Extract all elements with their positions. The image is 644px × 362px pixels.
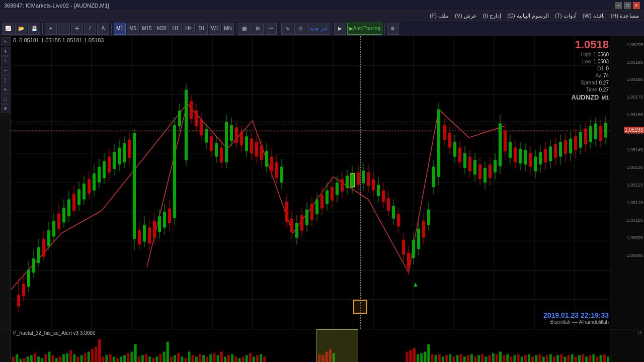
svg-rect-289: [69, 350, 72, 362]
tool-crosshair[interactable]: ✛: [1, 47, 10, 56]
chart-open-button[interactable]: 📂: [15, 23, 27, 35]
autotrading-label: AutoTrading: [353, 26, 380, 31]
tf-m5[interactable]: M5: [127, 23, 139, 35]
svg-rect-209: [448, 133, 451, 148]
tf-h4[interactable]: H4: [183, 23, 195, 35]
tool-shape[interactable]: □: [1, 95, 10, 104]
maximize-button[interactable]: □: [624, 2, 631, 9]
svg-rect-104: [185, 89, 188, 160]
autotrading-button[interactable]: ▶ AutoTrading: [347, 23, 382, 35]
new-chart-button[interactable]: 📈: [2, 23, 14, 35]
chart-timestamp: 2019.01.23 22:19:33 Bismillah == Alhamdu…: [543, 311, 609, 325]
crosshair-button[interactable]: ✛: [71, 23, 83, 35]
svg-rect-293: [84, 353, 87, 362]
close-button[interactable]: ✕: [633, 2, 640, 9]
svg-rect-387: [542, 356, 545, 362]
order-button[interactable]: آمر جديد: [307, 23, 330, 35]
svg-rect-392: [560, 354, 562, 362]
bar-chart-button[interactable]: ▦: [238, 23, 251, 35]
tf-m15[interactable]: M15: [140, 23, 153, 35]
template-button[interactable]: ⊡: [294, 23, 306, 35]
symbol-tf: M1: [602, 95, 609, 101]
indicator-button[interactable]: ∿: [281, 23, 293, 35]
svg-rect-66: [88, 179, 91, 194]
tf-w1[interactable]: W1: [209, 23, 221, 35]
sub-panel-label: P_fractal_32_his_se_Alert v3 3.0000: [13, 330, 95, 336]
tf-m1[interactable]: M1: [114, 23, 126, 35]
tool-text[interactable]: A: [1, 85, 10, 94]
symbol-label: AUDNZD M1: [572, 94, 609, 101]
svg-rect-64: [83, 184, 86, 199]
svg-rect-269: [599, 126, 602, 141]
tool-hline[interactable]: ─: [1, 66, 10, 75]
line-chart-button[interactable]: 〜: [265, 23, 277, 35]
svg-rect-385: [535, 355, 537, 362]
svg-rect-394: [567, 355, 570, 362]
experts-button[interactable]: ▶: [334, 23, 346, 35]
menu-charts[interactable]: الرسوم البيانية (C): [504, 13, 551, 19]
sub-panel-chart[interactable]: P_fractal_32_his_se_Alert v3 3.0000: [11, 329, 610, 362]
menu-file[interactable]: ملف (F): [427, 13, 452, 19]
svg-rect-251: [554, 144, 557, 158]
chart-container[interactable]: 0. 0.05181 1.05188 1.05181 1.05183 1.051…: [11, 36, 644, 329]
svg-rect-278: [30, 355, 33, 362]
line-tool-button[interactable]: /: [84, 23, 96, 35]
zoom-in-button[interactable]: +: [45, 23, 57, 35]
toolbar-sep-3: [236, 23, 236, 34]
svg-rect-302: [116, 358, 119, 362]
svg-rect-368: [474, 356, 476, 362]
svg-rect-319: [177, 353, 180, 362]
svg-rect-213: [458, 148, 461, 162]
sub-panel: P_fractal_32_his_se_Alert v3 3.0000: [0, 329, 644, 362]
tf-mn[interactable]: MN: [222, 23, 234, 35]
tool-arrow[interactable]: ↖: [1, 37, 10, 46]
svg-rect-366: [467, 355, 469, 362]
minimize-button[interactable]: ─: [615, 2, 622, 9]
main-area: ↖ ✛ / ─ │ A □ Φ 0. 0.05181 1.05188 1.051…: [0, 36, 644, 329]
tf-m30[interactable]: M30: [154, 23, 168, 35]
svg-rect-280: [37, 356, 40, 362]
svg-rect-349: [406, 351, 409, 362]
svg-rect-130: [250, 139, 253, 153]
candle-chart-button[interactable]: ⊞: [252, 23, 264, 35]
svg-rect-231: [504, 131, 507, 151]
open-label: O1: [597, 65, 604, 72]
spread-value: 0.27: [599, 79, 609, 86]
svg-rect-287: [62, 354, 65, 362]
tool-line[interactable]: /: [1, 56, 10, 65]
tool-vline[interactable]: │: [1, 75, 10, 84]
svg-rect-316: [167, 342, 169, 362]
menu-tools[interactable]: أدوات (T): [552, 13, 580, 19]
svg-rect-334: [231, 354, 233, 362]
settings-button[interactable]: ⚙: [387, 23, 399, 35]
svg-rect-86: [138, 230, 141, 244]
svg-rect-359: [442, 356, 444, 362]
svg-rect-335: [234, 356, 237, 362]
svg-rect-341: [256, 355, 259, 362]
price-label-11: 1.05105: [626, 218, 643, 223]
svg-rect-361: [449, 354, 451, 362]
zoom-out-button[interactable]: -: [58, 23, 70, 35]
svg-rect-108: [195, 111, 198, 126]
svg-rect-211: [453, 142, 456, 156]
svg-rect-136: [265, 151, 268, 166]
text-tool-button[interactable]: A: [97, 23, 109, 35]
tf-d1[interactable]: D1: [196, 23, 208, 35]
svg-rect-241: [529, 153, 532, 167]
chart-save-button[interactable]: 💾: [28, 23, 40, 35]
symbol-info: 0. 0.05181 1.05188 1.05181 1.05183: [13, 37, 104, 43]
toolbar-sep-5: [332, 23, 332, 34]
menu-help[interactable]: مساعدة (H): [608, 13, 642, 19]
svg-rect-390: [553, 356, 555, 362]
svg-rect-259: [574, 136, 577, 150]
menu-insert[interactable]: إدارج (I): [480, 13, 504, 19]
window-controls[interactable]: ─ □ ✕: [615, 2, 640, 9]
chart-svg[interactable]: ▲: [11, 36, 610, 329]
current-price-scale-label: 1.05193: [624, 127, 644, 133]
volume-bars: [12, 339, 609, 362]
tf-h1[interactable]: H1: [170, 23, 182, 35]
menu-view[interactable]: عرض (V): [452, 13, 480, 19]
tool-fib[interactable]: Φ: [1, 104, 10, 113]
menu-window[interactable]: نافذة (W): [580, 13, 608, 19]
svg-rect-217: [468, 157, 471, 171]
